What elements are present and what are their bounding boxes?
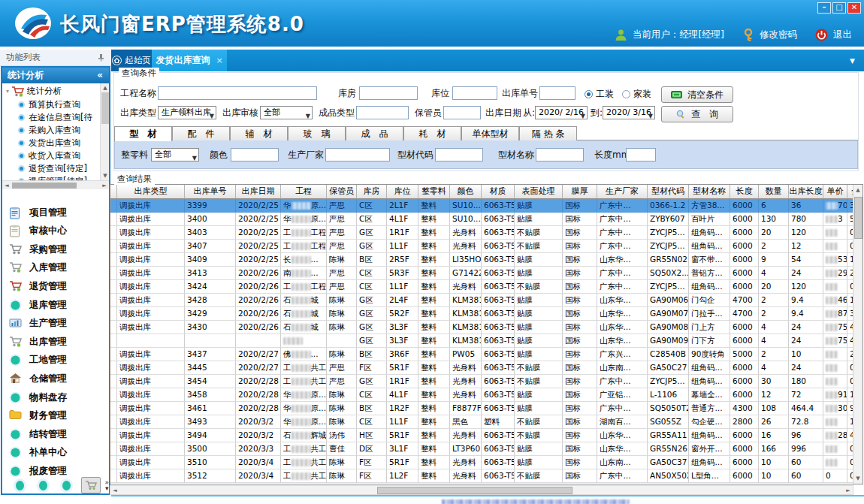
pin-icon[interactable] <box>97 53 105 62</box>
length-input[interactable] <box>626 148 656 161</box>
tab-close-icon[interactable]: × <box>216 56 222 65</box>
clear-button[interactable]: 清空条件 <box>661 86 733 103</box>
subtab-2[interactable]: 辅 材 <box>230 126 288 140</box>
subtab-3[interactable]: 玻 璃 <box>288 126 346 140</box>
subtab-0[interactable]: 型 材 <box>114 126 172 141</box>
col-header[interactable]: 颜色 <box>450 185 482 199</box>
sidebar-item-8[interactable]: 工地管理 <box>2 352 109 370</box>
tree-horizontal-scrollbar[interactable]: ◄► <box>2 180 109 189</box>
menu-dot-icon[interactable] <box>62 481 71 490</box>
col-header[interactable]: 长度 <box>730 185 759 199</box>
table-row[interactable]: 调拨出库35102020/3/4工共工程陈琳F区5R1F整料光身料6063-T5… <box>110 456 863 469</box>
color-input[interactable] <box>231 148 279 161</box>
tree-item[interactable]: 退货查询[待定] <box>18 162 87 175</box>
table-row[interactable]: 调拨出库34242020/2/26工工程严思C区1L1F整料光身料6063-T5… <box>110 280 863 294</box>
keeper-input[interactable] <box>443 106 481 119</box>
sidebar-item-10[interactable]: 物料盘存 <box>2 388 109 406</box>
subtab-6[interactable]: 单体型材 <box>461 126 519 140</box>
col-header[interactable]: 型材代码 <box>648 185 689 199</box>
radio-gongzhuang[interactable]: 工装 <box>585 88 614 101</box>
sidebar-item-0[interactable]: 项目管理 <box>2 204 109 222</box>
date-to-select[interactable]: 2020/ 3/16▼ <box>603 106 655 119</box>
table-row[interactable]: G区3L3F整料KLM38176063-T5贴膜国标山东华...GA90M09.… <box>110 334 863 348</box>
col-header[interactable] <box>110 185 117 199</box>
tree-item[interactable]: 采购入库查询 <box>18 124 80 137</box>
col-header[interactable]: 库房 <box>357 185 387 199</box>
sidebar-item-13[interactable]: 补单中心 <box>2 444 109 462</box>
sidebar-item-3[interactable]: 入库管理 <box>2 259 109 277</box>
maximize-button[interactable]: □ <box>832 2 846 14</box>
col-header[interactable]: 膜厚 <box>563 185 597 199</box>
sidebar-item-5[interactable]: 退库管理 <box>2 296 109 314</box>
sidebar-item-2[interactable]: 采购管理 <box>2 240 109 258</box>
table-row[interactable]: 调拨出库34092020/2/25长...陈琳B区2R5F整料LI35HO606… <box>110 253 863 267</box>
logout-link[interactable]: 退出 <box>833 29 852 41</box>
warehouse-input[interactable] <box>359 86 418 100</box>
col-header[interactable]: 型材名称 <box>689 185 730 199</box>
table-row[interactable]: 调拨出库34302020/2/26石城陈琳G区3L3F整料KLM38176063… <box>110 321 863 334</box>
grid-horizontal-scrollbar[interactable]: ◄ ► <box>110 485 853 495</box>
menu-dot-icon[interactable] <box>16 481 24 490</box>
audit-select[interactable]: 全部▼ <box>260 106 313 119</box>
table-row[interactable]: 调拨出库34932020/3/2华原...陈琳C区1L1F整料黑色塑料不贴膜国标… <box>110 415 863 429</box>
subtab-4[interactable]: 成 品 <box>346 126 403 140</box>
col-header[interactable]: 保管员 <box>327 185 357 199</box>
col-header[interactable]: 出库长度 <box>789 185 823 199</box>
menu-dot-icon[interactable] <box>39 481 47 490</box>
mfr-input[interactable] <box>325 148 390 161</box>
table-row[interactable]: 调拨出库33992020/2/25华原...严思C区2L1F整料SU10...6… <box>110 199 863 213</box>
tab-shipping-query[interactable]: 发货出库查询 × <box>152 50 227 71</box>
minimize-button[interactable]: – <box>817 2 831 14</box>
table-row[interactable]: 调拨出库34132020/2/26南...严思C区5R3F整料G71422606… <box>110 267 863 280</box>
table-row[interactable]: 调拨出库34372020/2/27佛...陈琳B区3R6F整料PW056063-… <box>110 348 863 361</box>
table-row[interactable]: 调拨出库34612020/2/28华原...陈琳B区1R2F整料F8877FT6… <box>110 402 863 415</box>
col-header[interactable]: 出库单号 <box>185 185 236 199</box>
sidebar-item-9[interactable]: 仓储管理 <box>2 370 109 388</box>
table-row[interactable]: 调拨出库34942020/3/2石辉城汤伟H区5R1F整料光身料6063-T5不… <box>110 429 863 442</box>
table-row[interactable]: 调拨出库34292020/2/26石城陈琳G区5R2F整料KLM38176063… <box>110 307 863 321</box>
tab-list-dropdown-icon[interactable]: ▼ <box>850 57 855 65</box>
search-button[interactable]: 查 询 <box>661 106 733 122</box>
table-row[interactable]: 调拨出库34002020/2/25华原...严思C区4L1F整料SU10...6… <box>110 213 863 226</box>
zhengling-select[interactable]: 全部▼ <box>151 148 199 161</box>
sidebar-item-11[interactable]: 财务管理 <box>2 407 109 425</box>
subtab-7[interactable]: 隔 热 条 <box>519 126 577 140</box>
sidebar-item-4[interactable]: 退货管理 <box>2 277 109 295</box>
grid-vertical-scrollbar[interactable]: ▲ ▼ <box>853 185 862 484</box>
tree-item[interactable]: 发货出库查询 <box>18 137 80 149</box>
subtab-1[interactable]: 配 件 <box>172 126 230 140</box>
close-button[interactable]: ✕ <box>847 2 861 14</box>
table-row[interactable]: 调拨出库34032020/2/25工工程严思G区1R1F整料光身料6063-T5… <box>110 226 863 240</box>
product-type-input[interactable] <box>356 106 409 119</box>
table-row[interactable]: 调拨出库35122020/3/4工共工程陈琳F区1L2F整料光身料6063-T5… <box>110 469 863 483</box>
col-header[interactable]: 库位 <box>387 185 418 199</box>
col-header[interactable]: 出库类型 <box>117 185 185 199</box>
name-input[interactable] <box>536 148 584 161</box>
order-no-input[interactable] <box>539 86 575 100</box>
outbound-type-select[interactable]: 生产领料出库▼ <box>158 106 216 119</box>
subtab-5[interactable]: 耗 材 <box>403 126 461 140</box>
col-header[interactable]: 数量 <box>759 185 789 199</box>
sidebar-item-7[interactable]: 出库管理 <box>2 333 109 351</box>
more-button[interactable]: »▾ <box>104 479 109 491</box>
cart-toolbar-button[interactable] <box>81 477 101 493</box>
sidebar-section-header[interactable]: 统计分析 « <box>2 68 109 83</box>
col-header[interactable]: 单价 <box>823 185 847 199</box>
table-row[interactable]: 调拨出库34452020/2/27工共工程严思F区5R1F整料光身料6063-T… <box>110 361 863 375</box>
table-row[interactable]: 调拨出库34582020/2/28华原...陈琳C区4L1F整料光身料6063-… <box>110 388 863 402</box>
col-header[interactable]: 材质 <box>482 185 515 199</box>
project-name-input[interactable] <box>158 86 317 100</box>
table-row[interactable]: 调拨出库34542020/2/28工共工程严思G区1R1F整料光身料6063-T… <box>110 375 863 388</box>
change-password-link[interactable]: 修改密码 <box>760 29 797 41</box>
col-header[interactable]: 整零料 <box>418 185 450 199</box>
code-input[interactable] <box>435 148 483 161</box>
collapse-icon[interactable]: « <box>97 68 103 83</box>
table-row[interactable]: 调拨出库35002020/3/3工共工程曹佳D区3L1F整料LT3P606063… <box>110 442 863 456</box>
date-from-select[interactable]: 2020/ 2/16▼ <box>535 106 588 119</box>
table-row[interactable]: 调拨出库34282020/2/26石城陈琳G区2L4F整料KLM38176063… <box>110 294 863 307</box>
col-header[interactable]: 工程 <box>281 185 327 199</box>
sidebar-item-6[interactable]: 生产管理 <box>2 315 109 333</box>
sidebar-item-1[interactable]: 审核中心 <box>2 222 109 240</box>
table-row[interactable]: 调拨出库34072020/2/25工工程严思G区1L1F整料光身料6063-T5… <box>110 240 863 253</box>
radio-jiazhuang[interactable]: 家装 <box>622 88 651 101</box>
